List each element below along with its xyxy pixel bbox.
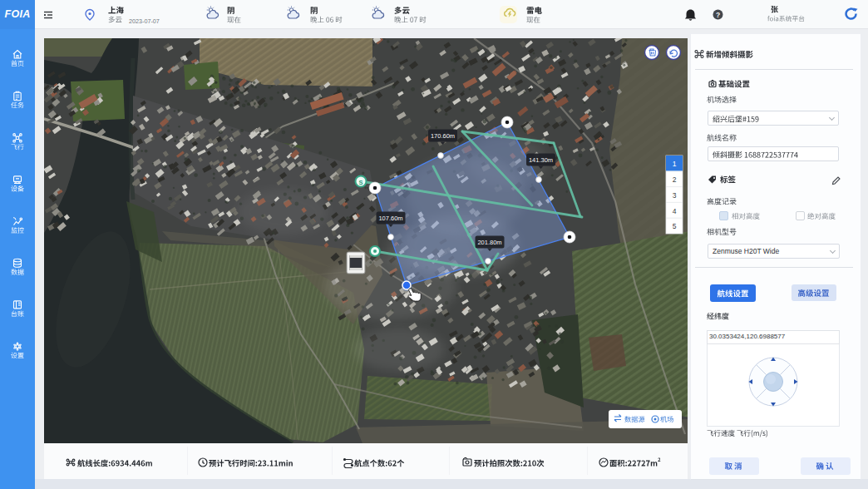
svg-text:S: S	[358, 179, 362, 186]
svg-text:107.60m: 107.60m	[378, 215, 402, 222]
svg-text:1: 1	[673, 160, 677, 168]
svg-text:5: 5	[673, 222, 677, 230]
svg-text:201.80m: 201.80m	[477, 239, 501, 246]
svg-text:141.30m: 141.30m	[529, 156, 553, 164]
svg-text:3: 3	[673, 191, 677, 200]
svg-text:4: 4	[673, 207, 677, 215]
svg-text:2: 2	[673, 175, 677, 184]
svg-text:170.60m: 170.60m	[431, 132, 455, 140]
